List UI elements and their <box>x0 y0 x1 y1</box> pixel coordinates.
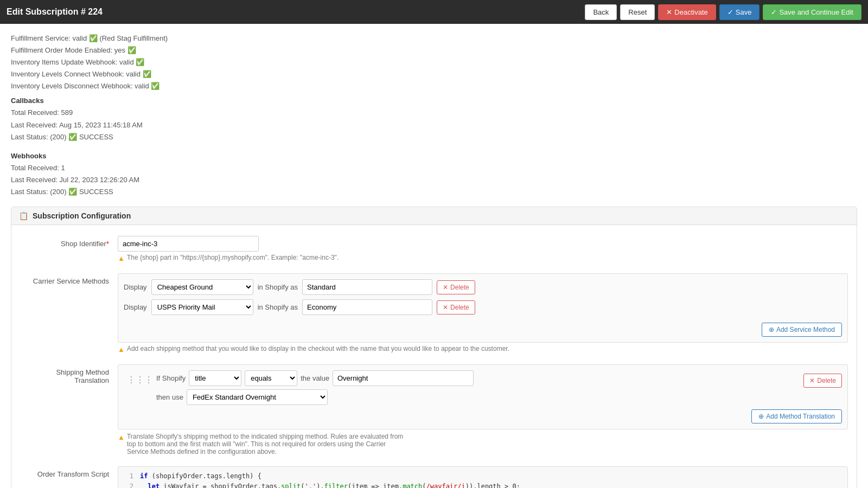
inventory-update-line: Inventory Items Update Webhook: valid ✅ <box>11 56 857 68</box>
subscription-config-panel: 📋 Subscription Configuration Shop Identi… <box>11 207 857 488</box>
smt-value-input[interactable] <box>333 370 474 386</box>
smt-condition-select[interactable]: equals contains starts_with <box>245 370 297 386</box>
csm-container: Display Cheapest Ground USPS Priority Ma… <box>118 273 848 343</box>
order-transform-script-content: 1 if (shopifyOrder.tags.length) { 2 let … <box>118 466 848 488</box>
webhooks-section: Webhooks Total Received: 1 Last Received… <box>11 152 857 198</box>
shop-identifier-row: Shop Identifier* ▲ The {shop} part in "h… <box>20 236 848 262</box>
inventory-connect-line: Inventory Levels Connect Webhook: valid … <box>11 68 857 80</box>
add-method-translation-button[interactable]: ⊕ Add Method Translation <box>751 409 842 423</box>
smt-bottom: ⊕ Add Method Translation <box>124 409 842 423</box>
warn-icon: ▲ <box>118 254 125 262</box>
smt-then-row: then use FedEx Standard Overnight Cheape… <box>156 389 799 405</box>
carrier-service-methods-content: Display Cheapest Ground USPS Priority Ma… <box>118 273 848 354</box>
shop-identifier-content: ▲ The {shop} part in "https://{shop}.mys… <box>118 236 848 262</box>
smt-hint: ▲ Translate Shopify's shipping method to… <box>118 433 848 455</box>
shop-identifier-input[interactable] <box>118 236 259 252</box>
csm-shopify-label-1: in Shopify as <box>258 283 298 291</box>
reset-button[interactable]: Reset <box>620 4 655 20</box>
fulfillment-info: Fulfillment Service: valid ✅ (Red Stag F… <box>11 33 857 92</box>
check-icon: ✓ <box>727 8 733 16</box>
check-inv-update-icon: ✅ <box>136 58 144 66</box>
webhooks-last-status: Last Status: (200) ✅ SUCCESS <box>11 186 857 198</box>
panel-body: Shop Identifier* ▲ The {shop} part in "h… <box>11 225 857 488</box>
smt-if-row: If Shopify title rate_name equals contai… <box>156 370 799 386</box>
check-webhook-icon: ✅ <box>68 188 79 196</box>
callbacks-section: Callbacks Total Received: 589 Last Recei… <box>11 97 857 143</box>
csm-display-select-2[interactable]: Cheapest Ground USPS Priority Mail FedEx… <box>151 299 253 315</box>
drag-handle-icon[interactable]: ⋮⋮⋮ <box>124 370 156 389</box>
csm-shopify-input-2[interactable] <box>302 299 432 315</box>
smt-the-value-label: the value <box>301 374 329 382</box>
csm-actions: ⊕ Add Service Method <box>124 319 842 337</box>
csm-display-label-2: Display <box>124 303 147 311</box>
deactivate-button[interactable]: ✕ Deactivate <box>658 4 716 20</box>
callbacks-last-received: Last Received: Aug 15, 2023 11:45:18 AM <box>11 119 857 131</box>
smt-if-label: If Shopify <box>156 374 186 382</box>
callbacks-last-status: Last Status: (200) ✅ SUCCESS <box>11 131 857 143</box>
shipping-method-translation-row: Shipping Method Translation ⋮⋮⋮ If Shopi… <box>20 364 848 455</box>
smt-field-select[interactable]: title rate_name <box>189 370 241 386</box>
smt-container: ⋮⋮⋮ If Shopify title rate_name eq <box>118 364 848 429</box>
order-transform-script-row: Order Transform Script 1 if (shopifyOrde… <box>20 466 848 488</box>
smt-then-select[interactable]: FedEx Standard Overnight Cheapest Ground… <box>187 389 328 405</box>
smt-actions-col: ✕ Delete <box>799 370 842 388</box>
check-inv-disconnect-icon: ✅ <box>151 82 159 90</box>
inventory-disconnect-line: Inventory Levels Disconnect Webhook: val… <box>11 80 857 92</box>
plus-icon-csm: ⊕ <box>769 326 774 333</box>
panel-icon: 📋 <box>19 211 28 220</box>
check-mode-icon: ✅ <box>127 46 136 54</box>
webhooks-heading: Webhooks <box>11 152 857 160</box>
shipping-method-translation-label: Shipping Method Translation <box>20 364 118 384</box>
csm-row-1: Display Cheapest Ground USPS Priority Ma… <box>124 279 842 295</box>
check-icon-2: ✓ <box>771 8 777 16</box>
smt-then-label: then use <box>156 393 183 401</box>
x-icon-csm1: ✕ <box>443 284 448 291</box>
panel-title: Subscription Configuration <box>33 211 131 220</box>
csm-hint: ▲ Add each shipping method that you woul… <box>118 345 848 354</box>
carrier-service-methods-label: Carrier Service Methods <box>20 273 118 285</box>
save-button[interactable]: ✓ Save <box>719 4 760 20</box>
csm-row-2: Display Cheapest Ground USPS Priority Ma… <box>124 299 842 315</box>
warn-icon-csm: ▲ <box>118 345 125 354</box>
csm-shopify-label-2: in Shopify as <box>258 303 298 311</box>
csm-delete-button-2[interactable]: ✕ Delete <box>437 300 475 314</box>
back-button[interactable]: Back <box>585 4 617 20</box>
top-bar: Edit Subscription # 224 Back Reset ✕ Dea… <box>0 0 868 24</box>
code-line-1: 1 if (shopifyOrder.tags.length) { <box>123 471 843 481</box>
code-line-2: 2 let isWayfair = shopifyOrder.tags.spli… <box>123 481 843 488</box>
callbacks-heading: Callbacks <box>11 97 857 105</box>
carrier-service-methods-row: Carrier Service Methods Display Cheapest… <box>20 273 848 354</box>
x-icon-csm2: ✕ <box>443 304 448 311</box>
save-continue-button[interactable]: ✓ Save and Continue Edit <box>763 4 861 20</box>
check-valid-icon: ✅ <box>89 34 100 42</box>
content-area: Fulfillment Service: valid ✅ (Red Stag F… <box>0 24 868 488</box>
fulfillment-service-line: Fulfillment Service: valid ✅ (Red Stag F… <box>11 33 857 44</box>
shipping-method-translation-content: ⋮⋮⋮ If Shopify title rate_name eq <box>118 364 848 455</box>
warn-icon-smt: ▲ <box>118 433 125 441</box>
check-callback-icon: ✅ <box>68 133 79 141</box>
webhooks-total: Total Received: 1 <box>11 162 857 174</box>
webhooks-last-received: Last Received: Jul 22, 2023 12:26:20 AM <box>11 174 857 186</box>
shop-identifier-label: Shop Identifier* <box>20 236 118 248</box>
order-transform-script-label: Order Transform Script <box>20 466 118 478</box>
callbacks-total: Total Received: 589 <box>11 107 857 119</box>
x-icon: ✕ <box>666 8 672 16</box>
smt-delete-button[interactable]: ✕ Delete <box>803 374 842 388</box>
add-service-method-button[interactable]: ⊕ Add Service Method <box>762 323 842 337</box>
order-mode-line: Fulfillment Order Mode Enabled: yes ✅ <box>11 44 857 56</box>
csm-shopify-input-1[interactable] <box>302 279 432 295</box>
plus-icon-smt: ⊕ <box>758 413 764 420</box>
shop-identifier-hint: ▲ The {shop} part in "https://{shop}.mys… <box>118 254 848 262</box>
csm-display-select-1[interactable]: Cheapest Ground USPS Priority Mail FedEx… <box>151 279 253 295</box>
panel-header: 📋 Subscription Configuration <box>11 207 857 225</box>
top-bar-actions: Back Reset ✕ Deactivate ✓ Save ✓ Save an… <box>585 4 861 20</box>
code-editor[interactable]: 1 if (shopifyOrder.tags.length) { 2 let … <box>118 466 848 488</box>
csm-display-label-1: Display <box>124 283 147 291</box>
csm-delete-button-1[interactable]: ✕ Delete <box>437 280 475 294</box>
smt-rule-1: ⋮⋮⋮ If Shopify title rate_name eq <box>124 370 842 405</box>
page-title: Edit Subscription # 224 <box>7 7 103 17</box>
x-icon-smt: ✕ <box>809 377 815 384</box>
smt-rule-content: If Shopify title rate_name equals contai… <box>156 370 799 405</box>
check-inv-connect-icon: ✅ <box>143 70 151 78</box>
